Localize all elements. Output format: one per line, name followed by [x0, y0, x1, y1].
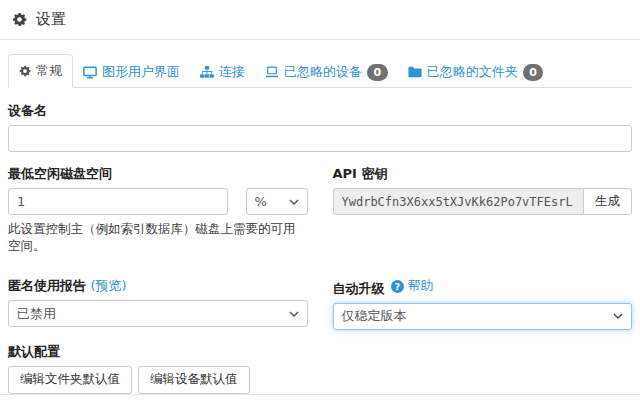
settings-dialog: 设置 常规 图形用户界面 连接	[0, 0, 640, 403]
dialog-footer: 保存 关闭	[0, 394, 640, 403]
chevron-down-icon	[289, 199, 299, 205]
ignored-folders-count-badge: 0	[523, 64, 544, 81]
usage-reporting-preview-link[interactable]: (预览)	[91, 278, 127, 293]
auto-upgrade-help-link[interactable]: 帮助	[408, 277, 434, 295]
tab-gui[interactable]: 图形用户界面	[73, 56, 190, 88]
chevron-down-icon	[613, 313, 623, 319]
min-disk-free-help-text: 此设置控制主（例如索引数据库）磁盘上需要的可用空间。	[8, 221, 308, 255]
defaults-label: 默认配置	[8, 343, 632, 361]
device-name-label: 设备名	[8, 102, 632, 120]
min-disk-free-input[interactable]	[8, 188, 228, 215]
settings-tabs: 常规 图形用户界面 连接 已忽略的设备 0	[8, 54, 632, 88]
defaults-group: 默认配置 编辑文件夹默认值 编辑设备默认值	[8, 343, 632, 394]
usage-reporting-select[interactable]: 已禁用	[8, 300, 308, 327]
general-settings-form: 设备名 最低空闲磁盘空间 % 此设置控制主（例如索	[8, 102, 632, 394]
dialog-title: 设置	[36, 10, 66, 29]
tab-connections[interactable]: 连接	[190, 56, 255, 88]
dialog-header: 设置	[0, 0, 640, 40]
min-disk-free-label: 最低空闲磁盘空间	[8, 165, 308, 183]
tab-ignored-devices[interactable]: 已忽略的设备 0	[255, 56, 398, 88]
api-key-label: API 密钥	[333, 165, 633, 183]
question-circle-icon: ?	[391, 280, 404, 293]
selected-usage-reporting: 已禁用	[17, 305, 56, 323]
tab-label: 已忽略的文件夹	[427, 63, 518, 81]
chevron-down-icon	[289, 311, 299, 317]
svg-text:?: ?	[394, 280, 399, 291]
dialog-body: 常规 图形用户界面 连接 已忽略的设备 0	[0, 40, 640, 394]
tab-label: 连接	[219, 63, 245, 81]
tab-label: 图形用户界面	[102, 63, 180, 81]
usage-reporting-label-text: 匿名使用报告	[8, 278, 86, 293]
ignored-devices-count-badge: 0	[367, 64, 388, 81]
auto-upgrade-select[interactable]: 仅稳定版本	[333, 303, 633, 330]
min-disk-free-group: 最低空闲磁盘空间 % 此设置控制主（例如索引数据库）磁盘上需要的可用空间。	[8, 165, 308, 255]
usage-reporting-label: 匿名使用报告 (预览)	[8, 277, 308, 295]
generate-api-key-button[interactable]: 生成	[583, 188, 632, 215]
usage-reporting-group: 匿名使用报告 (预览) 已禁用	[8, 277, 308, 327]
selected-unit: %	[255, 194, 267, 209]
folder-icon	[408, 66, 422, 78]
api-key-input	[333, 188, 585, 215]
api-key-group: API 密钥 生成	[333, 165, 633, 215]
gear-icon	[19, 65, 31, 77]
sitemap-icon	[200, 66, 214, 78]
tab-general[interactable]: 常规	[8, 54, 73, 88]
gear-icon	[12, 12, 27, 27]
tab-ignored-folders[interactable]: 已忽略的文件夹 0	[398, 56, 554, 88]
auto-upgrade-label: 自动升级?帮助	[333, 277, 633, 298]
monitor-icon	[83, 66, 97, 79]
auto-upgrade-label-text: 自动升级	[333, 281, 385, 296]
tab-label: 已忽略的设备	[284, 63, 362, 81]
tab-label: 常规	[36, 62, 62, 80]
selected-auto-upgrade: 仅稳定版本	[342, 307, 407, 325]
edit-folder-defaults-button[interactable]: 编辑文件夹默认值	[8, 366, 132, 394]
laptop-icon	[265, 66, 279, 78]
device-name-group: 设备名	[8, 102, 632, 152]
auto-upgrade-group: 自动升级?帮助 仅稳定版本	[333, 277, 633, 330]
edit-device-defaults-button[interactable]: 编辑设备默认值	[138, 366, 250, 394]
min-disk-free-unit-select[interactable]: %	[246, 188, 308, 215]
device-name-input[interactable]	[8, 125, 632, 152]
